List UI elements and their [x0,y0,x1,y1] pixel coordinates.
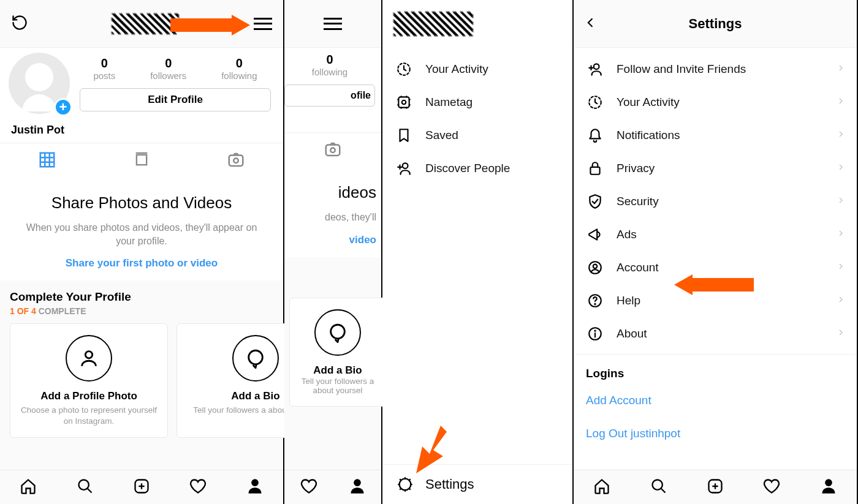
nav-home-icon[interactable] [20,478,37,497]
discover-icon [395,160,413,176]
settings-title: Settings [689,16,742,32]
username-redacted [37,13,254,34]
nav-add-icon[interactable] [707,478,724,497]
stat-followers[interactable]: 0 followers [150,56,186,81]
back-chevron-icon[interactable] [585,14,597,34]
logout-link[interactable]: Log Out justinhpot [574,417,857,450]
chevron-right-icon [837,62,845,77]
empty-heading: Share Photos and Videos [16,194,267,213]
hamburger-menu-icon[interactable] [254,18,272,30]
tab-tagged[interactable] [284,133,381,166]
settings-menu-item[interactable]: Settings [382,464,572,504]
nametag-icon [395,94,413,110]
notifications-icon [586,127,604,143]
stat-posts[interactable]: 0 posts [93,56,115,81]
svg-point-47 [825,479,832,486]
nav-search-icon[interactable] [650,478,667,497]
comment-icon [314,309,361,356]
side-menu-screen: Your ActivityNametagSavedDiscover People… [382,0,574,504]
tab-tagged[interactable] [189,143,283,176]
svg-rect-34 [590,167,599,175]
settings-item-security[interactable]: Security [574,185,857,218]
chevron-right-icon [837,294,845,308]
profile-topbar [0,0,283,48]
empty-state: Share Photos and Videos When you share p… [0,176,283,280]
menu-item-discover[interactable]: Discover People [382,152,572,185]
menu-item-nametag[interactable]: Nametag [382,86,572,119]
complete-progress: 1 OF 4 COMPLETE [10,306,273,316]
svg-point-30 [594,64,599,69]
settings-item-help[interactable]: Help [574,284,857,317]
edit-profile-fragment[interactable]: ofile [284,85,375,107]
settings-item-privacy[interactable]: Privacy [574,152,857,185]
about-icon [586,326,604,342]
bottom-nav [0,470,283,504]
hamburger-menu-icon[interactable] [324,18,342,30]
svg-rect-0 [40,153,55,167]
invite-icon [586,61,604,77]
nav-home-icon[interactable] [593,478,610,497]
svg-point-16 [251,479,259,486]
svg-point-36 [593,265,598,269]
nav-heart-icon[interactable] [763,478,780,497]
tab-grid[interactable] [0,143,94,176]
activity-icon [395,61,413,77]
security-icon [586,194,604,209]
chevron-right-icon [837,327,845,341]
side-menu-list: Your ActivityNametagSavedDiscover People [382,48,572,185]
svg-point-11 [78,480,88,489]
stat-following[interactable]: 0 following [221,56,257,81]
display-name: Justin Pot [0,120,283,143]
help-icon [586,293,604,309]
card-add-bio-fragment[interactable]: Add a Bio Tell your followers a about yo… [289,298,386,407]
settings-item-activity[interactable]: Your Activity [574,86,857,119]
nav-heart-icon[interactable] [300,478,317,497]
nav-search-icon[interactable] [77,478,94,497]
user-icon [66,335,112,382]
stat-following[interactable]: 0 following [312,53,347,77]
share-first-link-fragment[interactable]: video [349,234,376,246]
chevron-right-icon [837,195,845,209]
settings-item-account[interactable]: Account [574,251,857,284]
avatar[interactable]: + [9,53,76,120]
profile-screen-sliver: 0 following ofile ideos deos, they'll vi… [284,0,382,504]
svg-rect-23 [398,97,409,107]
settings-list: Follow and Invite FriendsYour ActivityNo… [574,48,857,350]
add-account-link[interactable]: Add Account [574,384,857,417]
menu-item-activity[interactable]: Your Activity [382,53,572,86]
settings-item-ads[interactable]: Ads [574,218,857,251]
nav-profile-icon[interactable] [246,478,264,497]
saved-icon [395,127,413,143]
settings-topbar: Settings [574,0,857,48]
settings-item-invite[interactable]: Follow and Invite Friends [574,53,857,86]
svg-point-19 [330,148,335,153]
profile-screen: + 0 posts 0 followers 0 following Edit P… [0,0,284,504]
settings-item-about[interactable]: About [574,317,857,350]
chevron-right-icon [837,261,845,275]
svg-point-8 [233,159,238,164]
empty-body: When you share photos and videos, they'l… [16,221,267,247]
share-first-link[interactable]: Share your first photo or video [66,257,218,269]
privacy-icon [586,160,604,176]
account-icon [586,260,604,276]
nav-heart-icon[interactable] [189,478,207,497]
nav-add-icon[interactable] [133,478,150,497]
svg-point-41 [594,330,595,331]
chevron-right-icon [837,96,845,110]
tab-feed[interactable] [94,143,189,176]
topbar-sliver [284,0,381,48]
edit-profile-button[interactable]: Edit Profile [80,88,271,111]
svg-point-38 [594,304,595,304]
menu-item-saved[interactable]: Saved [382,119,572,152]
complete-heading: Complete Your Profile [10,290,273,304]
archive-icon[interactable] [11,14,28,34]
add-story-badge[interactable]: + [54,98,72,116]
bottom-nav-sliver [284,470,381,504]
nav-profile-icon[interactable] [820,478,837,497]
card-add-photo[interactable]: Add a Profile Photo Choose a photo to re… [10,323,168,438]
svg-point-25 [403,163,408,168]
settings-item-notifications[interactable]: Notifications [574,119,857,152]
svg-point-9 [85,352,92,358]
svg-rect-7 [229,156,243,167]
nav-profile-icon[interactable] [349,478,366,497]
